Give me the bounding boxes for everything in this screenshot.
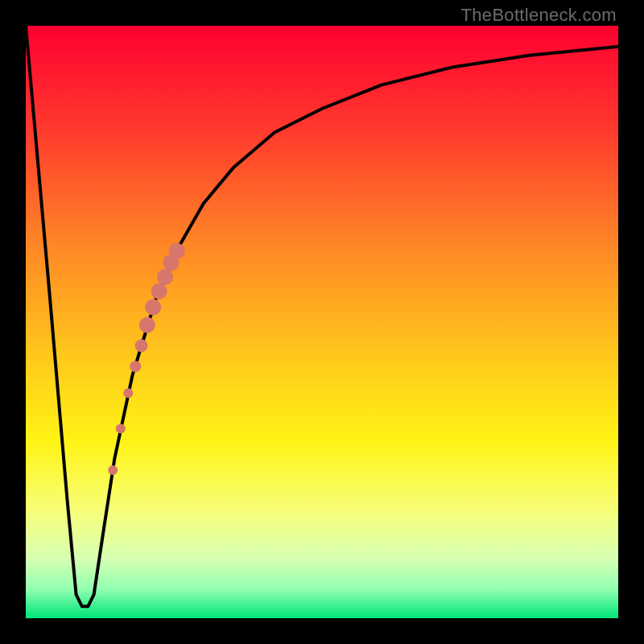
- marker-point: [130, 361, 141, 372]
- chart-frame: TheBottleneck.com: [0, 0, 644, 644]
- marker-point: [116, 424, 126, 434]
- curve-layer: [26, 26, 618, 618]
- marker-point: [151, 283, 167, 299]
- marker-point: [145, 299, 161, 316]
- marker-point: [135, 339, 148, 352]
- marker-point: [123, 388, 133, 398]
- marker-point: [108, 465, 118, 475]
- marker-point: [169, 243, 185, 259]
- watermark-text: TheBottleneck.com: [461, 5, 617, 26]
- plot-area: [26, 26, 618, 618]
- marker-point: [157, 269, 173, 285]
- bottleneck-curve: [26, 26, 618, 606]
- marker-point: [139, 317, 155, 333]
